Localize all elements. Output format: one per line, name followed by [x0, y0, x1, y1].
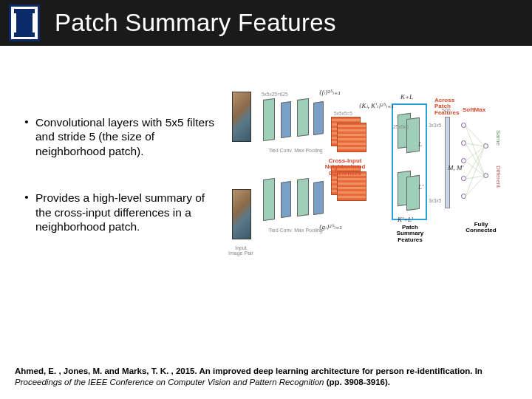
diff-label: Cross-Input Neighborhood Differences [319, 158, 371, 177]
fc-label: Fully Connected [464, 222, 498, 234]
pool-layer-bot-2 [313, 181, 324, 215]
annot-l2: L' [418, 183, 423, 191]
fully-connected-net [460, 118, 492, 207]
input-image-top [232, 92, 251, 142]
svg-line-1 [466, 143, 485, 146]
svg-line-9 [466, 176, 485, 197]
citation-venue: Proceedings of the IEEE Conference on Co… [15, 378, 324, 386]
annot-kl: K+L [400, 93, 413, 100]
conv-layer-bot-2 [297, 178, 309, 216]
slide-title: Patch Summary Features [55, 9, 336, 37]
conv-layer-bot-1 [263, 178, 275, 221]
svg-line-8 [466, 176, 485, 179]
output-different: Different [495, 166, 502, 188]
architecture-diagram: Input Image Pair Tied Conv. Max Pooling … [231, 71, 511, 285]
bullet-marker: • [18, 191, 35, 233]
annot-fi: {fᵢ}²⁵ᵢ₌₁ [319, 89, 341, 96]
diagram-column: Input Image Pair Tied Conv. Max Pooling … [222, 71, 520, 285]
bullet-text: Convolutional layers with 5x5 filters an… [35, 115, 216, 158]
bullet-item: • Provides a high-level summary of the c… [18, 191, 216, 233]
bullet-column: • Convolutional layers with 5x5 filters … [12, 71, 226, 285]
psf-block-bot-2 [406, 175, 420, 211]
citation-title: An improved deep learning architecture f… [199, 366, 472, 375]
input-image-pair [232, 92, 253, 239]
annot-gi: {gᵢ}²⁵ᵢ₌₁ [319, 223, 342, 231]
diff-stack-top-2 [337, 123, 366, 152]
conv-layer-top-1 [263, 98, 275, 141]
annot-l: L [418, 140, 422, 148]
annot-m: M, M' [448, 164, 463, 171]
fc-lines [460, 118, 492, 207]
annot-kl2: K'+L' [398, 216, 413, 223]
pool-layer-top-1 [281, 101, 291, 138]
citation-authors: Ahmed, E. , Jones, M. and Marks, T. K. ,… [15, 366, 197, 375]
num-500: 500 [442, 108, 451, 113]
dim-text: 3x3x5 [429, 198, 441, 203]
dim-text: 25x5x5 [393, 124, 409, 129]
conv-layer-top-2 [297, 98, 309, 137]
tied-label-bot: Tied Conv. Max Pooling [266, 228, 325, 233]
psf-label: Patch Summary Features [390, 225, 430, 243]
svg-line-0 [466, 126, 485, 146]
bullet-text: Provides a high-level summary of the cro… [35, 191, 216, 233]
bullet-item: • Convolutional layers with 5x5 filters … [18, 115, 216, 158]
bullet-marker: • [18, 115, 35, 158]
patch-summary-highlight [392, 103, 427, 220]
slide-header: Patch Summary Features [0, 0, 532, 46]
citation: Ahmed, E. , Jones, M. and Marks, T. K. ,… [15, 366, 517, 387]
annot-ki: {Kᵢ, K'ᵢ}²⁵ᵢ₌₁ [359, 102, 394, 109]
feature-vector-500 [445, 117, 450, 208]
citation-pages: (pp. 3908-3916). [327, 378, 390, 386]
dim-text: 5x5x5=5 [334, 111, 352, 116]
dim-text: 5x5x25=625 [262, 92, 288, 97]
dim-text: 3x3x5 [429, 123, 441, 128]
tied-label-top: Tied Conv. Max Pooling [266, 148, 325, 153]
softmax-label: SoftMax [463, 106, 485, 113]
pool-layer-bot-1 [281, 181, 291, 218]
illinois-logo [9, 4, 40, 41]
input-image-bottom [232, 189, 251, 239]
pool-layer-top-2 [313, 101, 324, 135]
output-same: Same [495, 130, 502, 146]
slide-content: • Convolutional layers with 5x5 filters … [0, 46, 532, 285]
input-label: Input Image Pair [228, 245, 254, 256]
